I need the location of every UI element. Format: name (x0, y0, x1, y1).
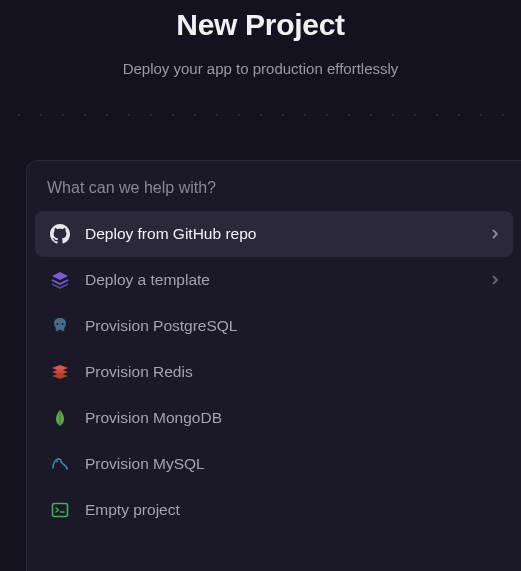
option-deploy-template[interactable]: Deploy a template (35, 257, 513, 303)
template-icon (49, 269, 71, 291)
option-provision-postgresql[interactable]: Provision PostgreSQL (35, 303, 513, 349)
svg-point-1 (62, 323, 64, 325)
postgres-icon (49, 315, 71, 337)
command-panel: Deploy from GitHub repo Deploy a templat… (26, 160, 521, 571)
search-input[interactable] (47, 179, 501, 197)
page-subtitle: Deploy your app to production effortless… (0, 60, 521, 77)
option-label: Deploy from GitHub repo (85, 225, 477, 243)
option-provision-mysql[interactable]: Provision MySQL (35, 441, 513, 487)
mysql-icon (49, 453, 71, 475)
option-provision-mongodb[interactable]: Provision MongoDB (35, 395, 513, 441)
terminal-icon (49, 499, 71, 521)
mongodb-icon (49, 407, 71, 429)
option-label: Provision MongoDB (85, 409, 499, 427)
chevron-right-icon (491, 228, 499, 240)
option-label: Provision Redis (85, 363, 499, 381)
svg-point-0 (57, 323, 59, 325)
page-title: New Project (0, 8, 521, 42)
svg-rect-4 (53, 504, 68, 517)
option-label: Provision MySQL (85, 455, 499, 473)
chevron-right-icon (491, 274, 499, 286)
option-deploy-github[interactable]: Deploy from GitHub repo (35, 211, 513, 257)
options-list: Deploy from GitHub repo Deploy a templat… (27, 211, 521, 533)
header: New Project Deploy your app to productio… (0, 0, 521, 77)
search-wrap (27, 171, 521, 211)
option-label: Provision PostgreSQL (85, 317, 499, 335)
option-label: Deploy a template (85, 271, 477, 289)
option-empty-project[interactable]: Empty project (35, 487, 513, 533)
option-label: Empty project (85, 501, 499, 519)
divider-dots (0, 111, 521, 119)
svg-point-3 (56, 461, 58, 463)
github-icon (49, 223, 71, 245)
option-provision-redis[interactable]: Provision Redis (35, 349, 513, 395)
redis-icon (49, 361, 71, 383)
